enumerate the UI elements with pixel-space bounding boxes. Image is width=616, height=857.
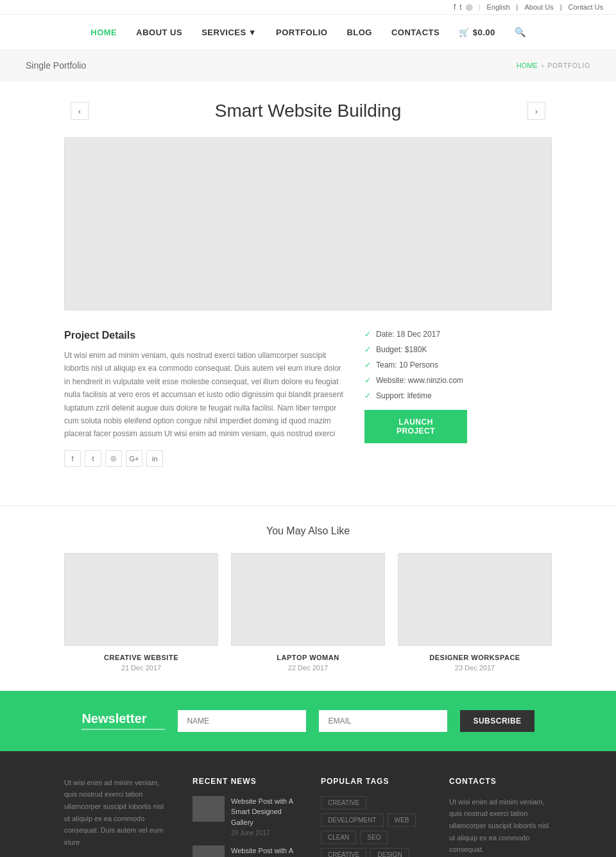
- project-meta: ✓ Date: 18 Dec 2017 ✓ Budget: $180K ✓ Te…: [364, 330, 552, 467]
- related-date-2: 22 Dec 2017: [231, 664, 385, 672]
- tag-creative[interactable]: CREATIVE: [321, 796, 366, 810]
- twitter-icon[interactable]: t: [459, 3, 461, 12]
- related-image-2: [231, 553, 385, 646]
- tag-creative2[interactable]: CREATIVE: [321, 848, 366, 857]
- newsletter-email-input[interactable]: [319, 710, 447, 732]
- related-title-2: LAPTOP WOMAN: [231, 654, 385, 661]
- footer: Ut wisi enim ad minim veniam, quis nostr…: [0, 751, 616, 857]
- also-like-heading: You May Also Like: [0, 525, 616, 537]
- nav-blog[interactable]: BLOG: [346, 24, 372, 40]
- nav-home[interactable]: HOME: [90, 24, 117, 40]
- divider: |: [560, 3, 562, 11]
- related-date-3: 23 Dec 2017: [398, 664, 552, 672]
- project-details-heading: Project Details: [64, 330, 345, 341]
- footer-tags-col: POPULAR TAGS CREATIVE DEVELOPMENT WEB CL…: [321, 777, 424, 857]
- popular-tags-heading: POPULAR TAGS: [321, 777, 424, 786]
- meta-budget: ✓ Budget: $180K: [364, 345, 552, 354]
- related-image-3: [398, 553, 552, 646]
- footer-about-col: Ut wisi enim ad minim veniam, quis nostr…: [64, 777, 167, 857]
- tag-seo[interactable]: SEO: [360, 831, 388, 844]
- divider: |: [479, 3, 481, 11]
- contacts-heading: CONTACTS: [449, 777, 552, 786]
- check-icon: ✓: [364, 345, 371, 354]
- tag-design[interactable]: DESIGN: [370, 848, 409, 857]
- share-instagram-icon[interactable]: ◎: [105, 450, 122, 467]
- project-social: f t ◎ G+ in: [64, 450, 345, 467]
- footer-news-col: RECENT NEWS Website Post with A Smart De…: [193, 777, 295, 857]
- main-nav: HOME ABOUT US SERVICES ▼ PORTFOLIO BLOG …: [0, 15, 616, 50]
- share-twitter-icon[interactable]: t: [85, 450, 101, 467]
- project-description-text: Ut wisi enim ad minim veniam, quis nostr…: [64, 349, 345, 441]
- project-meta-list: ✓ Date: 18 Dec 2017 ✓ Budget: $180K ✓ Te…: [364, 330, 552, 400]
- facebook-icon[interactable]: f: [454, 3, 456, 12]
- cart-amount: $0.00: [473, 28, 495, 37]
- next-arrow-button[interactable]: ›: [527, 102, 545, 120]
- portfolio-title: Smart Website Building: [89, 101, 527, 121]
- news-info-2: Website Post with A Smart Designed Video…: [231, 845, 295, 857]
- related-item-2: LAPTOP WOMAN 22 Dec 2017: [231, 553, 385, 672]
- instagram-icon[interactable]: ◎: [466, 3, 472, 12]
- breadcrumb-bar: Single Portfolio HOME › PORTFOLIO: [0, 50, 616, 81]
- breadcrumb-home[interactable]: HOME: [517, 62, 538, 69]
- check-icon: ✓: [364, 376, 371, 385]
- also-like-section: You May Also Like CREATIVE WEBSITE 21 De…: [0, 505, 616, 691]
- meta-website: ✓ Website: www.ninzio.com: [364, 376, 552, 385]
- language-selector[interactable]: English: [487, 3, 510, 11]
- check-icon: ✓: [364, 391, 371, 400]
- footer-grid: Ut wisi enim ad minim veniam, quis nostr…: [64, 777, 552, 857]
- top-bar: f t ◎ | English | About Us | Contact Us: [0, 0, 616, 15]
- nav-cart[interactable]: 🛒 $0.00: [459, 24, 495, 40]
- share-google-icon[interactable]: G+: [126, 450, 142, 467]
- tags-grid: CREATIVE DEVELOPMENT WEB CLEAN SEO CREAT…: [321, 796, 424, 857]
- newsletter-name-input[interactable]: [178, 710, 306, 732]
- tag-development[interactable]: DEVELOPMENT: [321, 813, 384, 827]
- launch-project-button[interactable]: LAUNCH PROJECT: [364, 410, 467, 443]
- contact-us-link[interactable]: Contact Us: [569, 3, 603, 11]
- subscribe-button[interactable]: SUBSCRIBE: [460, 710, 534, 732]
- footer-about-text: Ut wisi enim ad minim veniam, quis nostr…: [64, 777, 167, 849]
- news-item-2: Website Post with A Smart Designed Video…: [193, 845, 295, 857]
- page-title: Single Portfolio: [26, 60, 86, 71]
- share-facebook-icon[interactable]: f: [64, 450, 81, 467]
- project-section: Project Details Ut wisi enim ad minim ve…: [64, 330, 552, 467]
- news-thumb-2: [193, 845, 225, 857]
- share-pinterest-icon[interactable]: in: [146, 450, 163, 467]
- recent-news-heading: RECENT NEWS: [193, 777, 295, 786]
- check-icon: ✓: [364, 361, 371, 369]
- breadcrumb-portfolio: PORTFOLIO: [547, 62, 590, 69]
- news-info-1: Website Post with A Smart Designed Galle…: [231, 796, 295, 837]
- related-title-1: CREATIVE WEBSITE: [64, 654, 218, 661]
- news-date-1: 29 June 2017: [231, 829, 295, 836]
- portfolio-header: ‹ Smart Website Building ›: [64, 101, 552, 121]
- related-item-1: CREATIVE WEBSITE 21 Dec 2017: [64, 553, 218, 672]
- about-us-link[interactable]: About Us: [524, 3, 553, 11]
- nav-about[interactable]: ABOUT US: [136, 24, 182, 40]
- check-icon: ✓: [364, 330, 371, 339]
- news-item-1: Website Post with A Smart Designed Galle…: [193, 796, 295, 837]
- newsletter-title: Newsletter: [81, 711, 165, 730]
- contacts-text: Ut wisi enim ad minim veniam, quis nostr…: [449, 796, 552, 856]
- meta-date: ✓ Date: 18 Dec 2017: [364, 330, 552, 339]
- related-item-3: DESIGNER WORKSPACE 23 Dec 2017: [398, 553, 552, 672]
- tag-clean[interactable]: CLEAN: [321, 831, 356, 844]
- breadcrumb: HOME › PORTFOLIO: [517, 62, 590, 69]
- breadcrumb-separator: ›: [542, 62, 544, 69]
- nav-services[interactable]: SERVICES ▼: [201, 24, 257, 40]
- nav-portfolio[interactable]: PORTFOLIO: [276, 24, 327, 40]
- related-date-1: 21 Dec 2017: [64, 664, 218, 672]
- meta-team: ✓ Team: 10 Persons: [364, 361, 552, 369]
- nav-services-label: SERVICES: [201, 28, 246, 37]
- related-title-3: DESIGNER WORKSPACE: [398, 654, 552, 661]
- prev-arrow-button[interactable]: ‹: [71, 102, 89, 120]
- divider: |: [517, 3, 518, 11]
- news-title-1[interactable]: Website Post with A Smart Designed Galle…: [231, 796, 295, 828]
- project-description: Project Details Ut wisi enim ad minim ve…: [64, 330, 345, 467]
- portfolio-image: [64, 137, 552, 310]
- tag-web[interactable]: WEB: [388, 813, 416, 827]
- news-title-2[interactable]: Website Post with A Smart Designed Video: [231, 845, 295, 857]
- chevron-down-icon: ▼: [248, 28, 257, 37]
- cart-icon: 🛒: [459, 28, 470, 37]
- nav-contacts[interactable]: CONTACTS: [391, 24, 440, 40]
- related-grid: CREATIVE WEBSITE 21 Dec 2017 LAPTOP WOMA…: [64, 553, 552, 672]
- search-icon[interactable]: 🔍: [515, 27, 526, 37]
